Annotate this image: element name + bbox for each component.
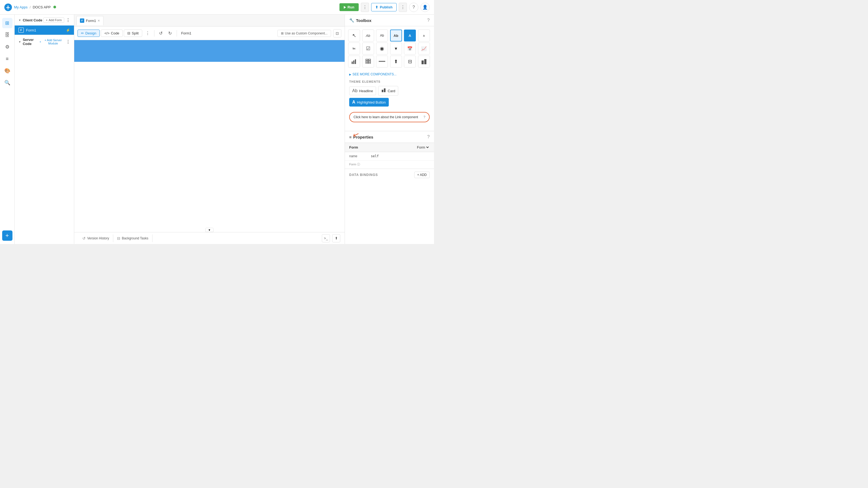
form1-item[interactable]: F Form1 ⚡: [14, 26, 74, 35]
code-icon: </>: [104, 31, 110, 35]
component-text3[interactable]: Ab: [390, 30, 402, 41]
component-input[interactable]: a: [418, 30, 430, 41]
component-radio[interactable]: ◉: [376, 42, 388, 55]
see-more-components[interactable]: ▶ SEE MORE COMPONENTS...: [345, 71, 434, 78]
svg-rect-13: [382, 90, 383, 92]
component-separator[interactable]: ⊟: [404, 56, 416, 67]
component-upload[interactable]: ⬆: [390, 56, 402, 67]
theme-items-list: Ab Headline Card: [349, 86, 430, 96]
component-button[interactable]: A: [404, 30, 416, 41]
canvas-area: ▼: [74, 40, 345, 232]
breadcrumb-myapps[interactable]: My Apps: [14, 5, 28, 9]
properties-help-icon[interactable]: ?: [427, 135, 430, 139]
left-panel: ▼ Client Code + Add Form ⋮ F Form1 ⚡ ▼ S…: [14, 15, 74, 244]
client-code-more[interactable]: ⋮: [66, 18, 70, 23]
publish-button[interactable]: ⬆ Publish: [371, 3, 397, 11]
form1-tab-label: Form1: [86, 19, 96, 23]
breadcrumb-sep: /: [30, 5, 31, 9]
user-avatar[interactable]: 👤: [421, 3, 430, 12]
component-datepicker[interactable]: 📅: [404, 42, 416, 55]
server-code-label: Server Code: [23, 38, 39, 46]
icon-bar: ⊞ 🗄 ⚙ ≡ 🎨 🔍 +: [0, 15, 14, 244]
status-dot: [53, 6, 56, 8]
publish-more-button[interactable]: ⋮: [399, 3, 407, 12]
bottom-right: >_ ⬆: [322, 234, 340, 242]
component-chart[interactable]: 📈: [418, 42, 430, 55]
toolbox-help-icon[interactable]: ?: [427, 18, 430, 23]
collapse-right-button[interactable]: ⊡: [333, 29, 341, 37]
server-code-header: ▼ Server Code + + Add Server Module ⋮: [14, 35, 74, 49]
theme-headline[interactable]: Ab Headline: [349, 86, 376, 95]
version-history-label: Version History: [87, 236, 109, 240]
sidebar-icon-search[interactable]: 🔍: [2, 78, 12, 88]
background-tasks-tab[interactable]: ⊟ Background Tasks: [113, 234, 153, 242]
toolbar-right: ⊞ Use as Custom Component... ⊡: [277, 29, 341, 37]
sidebar-icon-menu[interactable]: ≡: [2, 54, 12, 64]
svg-rect-0: [352, 61, 353, 64]
form1-name: Form1: [26, 28, 64, 32]
component-cursor[interactable]: ↖: [348, 30, 360, 41]
component-text1[interactable]: Ab: [362, 30, 374, 41]
properties-title: ≡ Properties: [349, 135, 373, 139]
split-tab[interactable]: ⊟ Split: [124, 30, 142, 37]
sidebar-icon-data[interactable]: 🗄: [2, 30, 12, 40]
expand-button[interactable]: ⬆: [332, 234, 340, 242]
svg-rect-8: [368, 62, 371, 63]
custom-icon: ⊞: [281, 31, 284, 35]
component-bargraph[interactable]: [348, 56, 360, 67]
server-code-more[interactable]: ⋮: [66, 39, 70, 45]
component-label[interactable]: bc: [348, 42, 360, 55]
toolbox-wrench-icon: 🔧: [349, 18, 354, 23]
design-tab[interactable]: ✏ Design: [78, 30, 100, 37]
component-checkbox[interactable]: ☑: [362, 42, 374, 55]
client-code-toggle[interactable]: ▼ Client Code: [19, 18, 42, 22]
component-gauge[interactable]: [418, 56, 430, 67]
prop-group-dropdown[interactable]: Form: [416, 145, 430, 150]
client-code-header: ▼ Client Code + Add Form ⋮: [14, 15, 74, 26]
theme-label: THEME ELEMENTS: [349, 80, 430, 83]
prop-form-help[interactable]: ⓘ: [357, 163, 360, 166]
editor-toolbar: ✏ Design </> Code ⊟ Split ⋮ ↺ ↻ Form1 ⊞: [74, 27, 345, 40]
component-text2[interactable]: Ab: [376, 30, 388, 41]
run-button[interactable]: Run: [339, 3, 359, 11]
link-notice-help-icon[interactable]: ?: [424, 115, 425, 119]
prop-name-label: name: [349, 154, 371, 158]
add-server-module-button[interactable]: + + Add Server Module: [39, 38, 64, 45]
form1-lightning: ⚡: [66, 28, 70, 32]
form1-tab[interactable]: F Form1 ×: [76, 16, 103, 25]
code-tab[interactable]: </> Code: [101, 30, 123, 37]
add-form-button[interactable]: + Add Form: [43, 17, 64, 23]
component-grid: ↖ Ab Ab Ab A a bc ☑ ◉ ▾ 📅 📈 ⬆ ⊟: [345, 26, 434, 71]
prop-form-sub: Form ⓘ: [345, 161, 434, 169]
sidebar-icon-components[interactable]: ⊞: [2, 18, 12, 28]
link-notice[interactable]: Click here to learn about the Link compo…: [349, 112, 430, 122]
theme-highlighted-button[interactable]: A Highlighted Button: [349, 98, 389, 107]
client-code-chevron: ▼: [19, 19, 21, 22]
component-hline[interactable]: [376, 56, 388, 67]
component-dropdown[interactable]: ▾: [390, 42, 402, 55]
redo-button[interactable]: ↻: [166, 29, 175, 38]
svg-rect-3: [366, 59, 368, 60]
undo-button[interactable]: ↺: [157, 29, 165, 38]
run-more-button[interactable]: ⋮: [361, 3, 369, 12]
terminal-button[interactable]: >_: [322, 234, 330, 242]
top-bar: My Apps / DOCS APP Run ⋮ ⬆ Publish ⋮ ? 👤: [0, 0, 434, 15]
version-history-tab[interactable]: ↺ Version History: [79, 234, 113, 242]
add-form-label: Add Form: [49, 19, 62, 22]
prop-name-row: name self: [345, 152, 434, 161]
theme-card[interactable]: Card: [378, 86, 398, 96]
sidebar-icon-settings[interactable]: ⚙: [2, 42, 12, 52]
add-binding-button[interactable]: + ADD: [414, 172, 430, 178]
highlighted-button-icon: A: [352, 100, 355, 105]
sidebar-icon-theme[interactable]: 🎨: [2, 66, 12, 76]
component-grid[interactable]: [362, 56, 374, 67]
add-button[interactable]: +: [2, 230, 12, 241]
form1-tab-close[interactable]: ×: [98, 19, 100, 23]
server-code-toggle[interactable]: ▼ Server Code: [19, 38, 39, 46]
bottom-collapse-button[interactable]: ▼: [205, 228, 214, 232]
toolbar-more-button[interactable]: ⋮: [143, 29, 152, 38]
use-as-custom-component-button[interactable]: ⊞ Use as Custom Component...: [277, 30, 331, 37]
toolbox-title: 🔧 Toolbox: [349, 18, 371, 23]
help-button[interactable]: ?: [409, 3, 418, 12]
prop-group-form: Form Form: [345, 143, 434, 152]
